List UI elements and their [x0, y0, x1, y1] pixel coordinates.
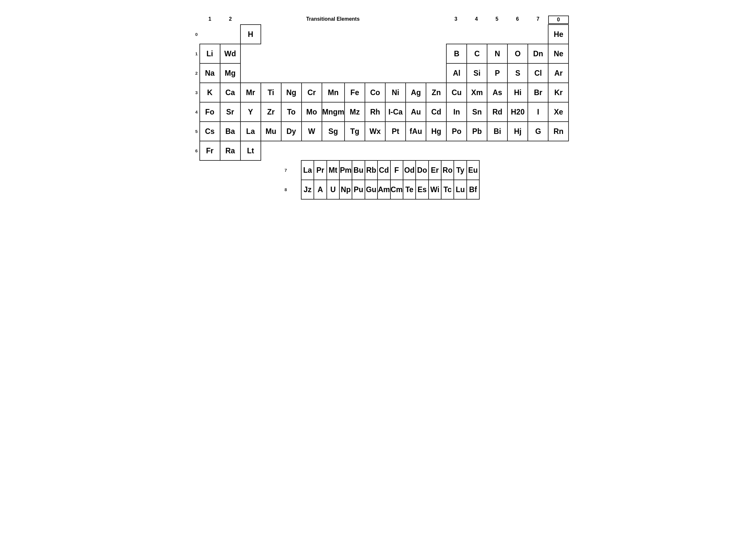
- row-label-spacer: [187, 15, 200, 24]
- lower-grid: 7LaPrMtPmBuRbCdFOdDoErRoTyEu8JzAUNpPuGuA…: [277, 160, 479, 199]
- cell-2-15: P: [487, 63, 508, 83]
- cell-2-10: [385, 63, 406, 83]
- group-header-1: 1: [200, 15, 220, 24]
- cell-2-8: [344, 63, 365, 83]
- cell-2-2: Mg: [220, 63, 241, 83]
- cell-6-7: [322, 141, 345, 161]
- row-label-3: 3: [187, 83, 200, 102]
- cell-0-16: [507, 24, 528, 44]
- cell-4-15: Rd: [487, 102, 508, 122]
- cell-2-12: [426, 63, 447, 83]
- cell-1-2: Wd: [220, 44, 241, 64]
- cell-0-12: [426, 24, 447, 44]
- cell-4-3: Y: [240, 102, 261, 122]
- cell-5-5: Dy: [281, 121, 302, 141]
- cell-3-18: Kr: [548, 82, 569, 102]
- lower-cell-7-7: Cd: [377, 160, 391, 180]
- cell-4-16: H20: [507, 102, 528, 122]
- group-header-18: 0: [548, 15, 569, 24]
- cell-5-18: Rn: [548, 121, 569, 141]
- cell-4-6: Mo: [301, 102, 322, 122]
- cell-0-11: [405, 24, 426, 44]
- cell-4-10: I-Ca: [385, 102, 406, 122]
- lower-cell-8-2: A: [313, 180, 327, 200]
- cell-5-15: Bi: [487, 121, 508, 141]
- cell-2-14: Si: [466, 63, 487, 83]
- cell-0-15: [487, 24, 508, 44]
- cell-4-5: To: [281, 102, 302, 122]
- lower-cell-8-11: Wi: [428, 180, 442, 200]
- cell-0-9: [364, 24, 386, 44]
- cell-5-17: G: [527, 121, 549, 141]
- row-label-4: 4: [187, 102, 200, 122]
- lower-cell-8-10: Es: [415, 180, 429, 200]
- cell-0-7: [322, 24, 345, 44]
- cell-1-7: [322, 44, 345, 64]
- cell-1-4: [260, 44, 282, 64]
- cell-5-16: Hj: [507, 121, 528, 141]
- cell-0-10: [385, 24, 406, 44]
- cell-4-11: Au: [405, 102, 426, 122]
- cell-1-16: O: [507, 44, 528, 64]
- lower-cell-7-9: Od: [403, 160, 416, 180]
- cell-3-9: Co: [364, 82, 386, 102]
- cell-5-1: Cs: [200, 121, 220, 141]
- cell-1-1: Li: [200, 44, 220, 64]
- lower-cell-8-12: Tc: [441, 180, 454, 200]
- lower-cell-7-1: La: [301, 160, 314, 180]
- lower-cell-8-6: Gu: [364, 180, 378, 200]
- cell-2-3: [240, 63, 261, 83]
- cell-3-16: Hi: [507, 82, 528, 102]
- cell-6-17: [527, 141, 549, 161]
- lower-cell-7-8: F: [390, 160, 403, 180]
- cell-0-18: He: [548, 24, 569, 44]
- cell-0-3: H: [240, 24, 261, 44]
- cell-5-13: Po: [446, 121, 467, 141]
- cell-0-13: [446, 24, 467, 44]
- main-grid: 0HHe1LiWdBCNODnNe2NaMgAlSiPSClAr3KCaMrTi…: [187, 25, 569, 160]
- cell-4-14: Sn: [466, 102, 487, 122]
- cell-1-15: N: [487, 44, 508, 64]
- cell-3-10: Ni: [385, 82, 406, 102]
- cell-6-13: [446, 141, 467, 161]
- cell-3-12: Zn: [426, 82, 447, 102]
- group-header-16: 6: [507, 15, 527, 24]
- cell-4-12: Cd: [426, 102, 447, 122]
- cell-5-6: W: [301, 121, 322, 141]
- cell-0-5: [281, 24, 302, 44]
- cell-3-15: As: [487, 82, 508, 102]
- cell-0-6: [301, 24, 322, 44]
- cell-3-11: Ag: [405, 82, 426, 102]
- cell-3-17: Br: [527, 82, 549, 102]
- cell-3-1: K: [200, 82, 220, 102]
- cell-5-2: Ba: [220, 121, 241, 141]
- lower-cell-8-9: Te: [403, 180, 416, 200]
- row-label-1: 1: [187, 44, 200, 63]
- cell-2-13: Al: [446, 63, 467, 83]
- cell-1-5: [281, 44, 302, 64]
- cell-6-3: Lt: [240, 141, 261, 161]
- cell-6-18: [548, 141, 569, 161]
- group-header-12: [425, 15, 446, 24]
- cell-0-1: [200, 24, 220, 44]
- cell-3-13: Cu: [446, 82, 467, 102]
- lower-cell-8-4: Np: [339, 180, 352, 200]
- cell-2-7: [322, 63, 345, 83]
- cell-5-11: fAu: [405, 121, 426, 141]
- cell-6-15: [487, 141, 508, 161]
- transitional-elements-label: Transitional Elements: [240, 15, 425, 24]
- lower-cell-7-4: Pm: [339, 160, 352, 180]
- lower-row-label-8: 8: [277, 180, 289, 199]
- cell-0-17: [527, 24, 549, 44]
- lower-cell-7-6: Rb: [364, 160, 378, 180]
- cell-4-8: Mz: [344, 102, 365, 122]
- cell-6-9: [364, 141, 386, 161]
- row-label-5: 5: [187, 122, 200, 141]
- lower-cell-7-10: Do: [415, 160, 429, 180]
- cell-3-5: Ng: [281, 82, 302, 102]
- cell-1-14: C: [466, 44, 487, 64]
- cell-5-3: La: [240, 121, 261, 141]
- cell-6-2: Ra: [220, 141, 241, 161]
- cell-1-8: [344, 44, 365, 64]
- lower-cell-8-5: Pu: [352, 180, 365, 200]
